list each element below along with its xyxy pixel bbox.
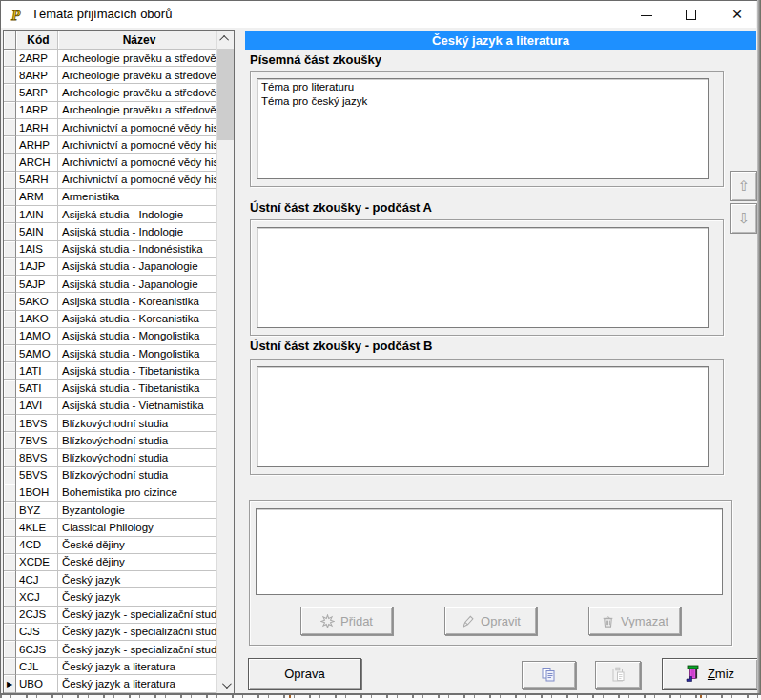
cell-name: Asijská studia - Mongolistika [58,328,217,345]
scrollbar-thumb[interactable] [217,49,234,140]
row-selector [4,432,16,449]
cell-name: Asijská studia - Tibetanistika [58,362,217,380]
table-row[interactable]: 1ATIAsijská studia - Tibetanistika [4,362,234,380]
table-row[interactable]: ▶UBOČeský jazyk a literatura [4,675,234,692]
minimize-button[interactable] [630,1,663,28]
table-row[interactable]: XCJČeský jazyk [4,588,234,606]
table-body: 2ARPArcheologie pravěku a středověku8ARP… [4,50,234,693]
table-row[interactable]: 2CJSČeský jazyk - specializační studium [4,607,234,624]
row-selector [4,84,16,101]
trash-icon [601,614,615,628]
current-row-marker: ▶ [4,675,16,692]
svg-text:P: P [11,8,21,23]
oral-part-b-list[interactable] [257,366,709,467]
written-part-list[interactable]: Téma pro literaturuTéma pro český jazyk [257,78,709,179]
cell-code: 7BVS [16,432,58,449]
cell-code: UBO [16,675,58,692]
zmiz-button[interactable]: Zmiz [662,658,758,690]
table-row[interactable]: 5AKOAsijská studia - Koreanistika [4,293,234,310]
table-scrollbar[interactable] [216,31,234,693]
table-row[interactable]: 5AMOAsijská studia - Mongolistika [4,345,234,362]
copy-button[interactable] [522,661,576,689]
cell-code: 4KLE [16,519,58,536]
table-row[interactable]: 1AVIAsijská studia - Vietnamistika [4,398,234,415]
edit-button[interactable]: Opravit [444,607,537,635]
table-row[interactable]: 1AISAsijská studia - Indonésistika [4,241,234,258]
up-arrow-icon: ⇧ [738,177,751,195]
detail-list[interactable] [256,508,723,595]
maximize-button[interactable] [674,1,707,28]
cell-name: Český jazyk - specializační studium [58,607,217,624]
table-row[interactable]: 1AINAsijská studia - Indologie [4,206,234,223]
selected-subject-header: Český jazyk a literatura [245,31,756,50]
table-row[interactable]: 4CDČeské dějiny [4,537,234,554]
window-right-border [757,0,761,700]
table-row[interactable]: 5ARPArcheologie pravěku a středověku [4,84,234,101]
oprava-button[interactable]: Oprava [248,658,361,690]
table-row[interactable]: 1AJPAsijská studia - Japanologie [4,258,234,276]
cell-name: Asijská studia - Japanologie [58,276,217,293]
cell-name: Asijská studia - Koreanistika [58,311,217,328]
close-button[interactable]: × [721,1,753,28]
pencil-icon [461,614,475,628]
cell-name: Archivnictví a pomocné vědy histo [58,172,217,189]
table-row[interactable]: 8ARPArcheologie pravěku a středověku [4,67,234,84]
exit-door-icon [686,665,702,683]
table-row[interactable]: 5AJPAsijská studia - Japanologie [4,276,234,293]
table-row[interactable]: 1BVSBlízkovýchodní studia [4,415,234,432]
table-row[interactable]: 6CJSČeský jazyk - specializační studium [4,641,234,658]
cell-code: 8ARP [16,67,58,84]
row-selector [4,136,16,154]
row-selector [4,607,16,624]
table-row[interactable]: 1AKOAsijská studia - Koreanistika [4,311,234,328]
cell-code: 2ARP [16,50,58,67]
table-row[interactable]: 2ARPArcheologie pravěku a středověku [4,50,234,67]
table-row[interactable]: 5ARHArchivnictví a pomocné vědy histo [4,172,234,189]
table-row[interactable]: 5BVSBlízkovýchodní studia [4,467,234,484]
table-row[interactable]: 7BVSBlízkovýchodní studia [4,432,234,449]
clipped-background-row [0,695,761,700]
row-selector [4,154,16,171]
table-row[interactable]: ARMArmenistika [4,189,234,206]
table-row[interactable]: 8BVSBlízkovýchodní studia [4,449,234,466]
title-bar: P Témata přijímacích oborů × [1,1,756,28]
delete-button[interactable]: Vymazat [588,607,681,635]
oral-part-a-list[interactable] [257,227,709,328]
add-button[interactable]: Přidat [300,607,393,635]
table-row[interactable]: XCDEČeské dějiny [4,554,234,571]
table-row[interactable]: 1BOHBohemistika pro cizince [4,484,234,502]
table-row[interactable]: 1ARHArchivnictví a pomocné vědy histo [4,119,234,136]
list-item[interactable]: Téma pro český jazyk [257,94,708,109]
row-selector [4,449,16,466]
cell-code: XCDE [16,554,58,571]
table-row[interactable]: ARCHArchivnictví a pomocné vědy histo [4,154,234,171]
table-row[interactable]: CJLČeský jazyk a literatura [4,658,234,675]
table-row[interactable]: 5ATIAsijská studia - Tibetanistika [4,380,234,397]
move-down-button[interactable]: ⇩ [730,203,757,234]
scroll-down-icon[interactable] [217,677,234,693]
cell-code: 2CJS [16,607,58,624]
scroll-up-icon[interactable] [217,31,234,47]
cell-name: Asijská studia - Vietnamistika [58,398,217,415]
cell-name: Český jazyk - specializační studium [58,624,217,641]
table-row[interactable]: ARHPArchivnictví a pomocné vědy histo [4,136,234,154]
cell-code: ARCH [16,154,58,171]
move-up-button[interactable]: ⇧ [730,171,757,201]
written-part-label: Písemná část zkoušky [250,52,381,68]
table-row[interactable]: 4KLEClassical Philology [4,519,234,536]
cell-code: 1AIN [16,206,58,223]
column-header-kod[interactable]: Kód [16,31,58,50]
cell-name: Český jazyk [58,588,217,606]
table-row[interactable]: CJSČeský jazyk - specializační studium [4,624,234,641]
table-row[interactable]: BYZByzantologie [4,502,234,519]
list-item[interactable]: Téma pro literaturu [257,80,708,94]
cell-name: Archivnictví a pomocné vědy histo [58,154,217,171]
table-row[interactable]: 1AMOAsijská studia - Mongolistika [4,328,234,345]
table-row[interactable]: 5AINAsijská studia - Indologie [4,223,234,240]
table-row[interactable]: 1ARPArcheologie pravěku a středověku [4,102,234,119]
cell-name: Asijská studia - Mongolistika [58,345,217,362]
table-row[interactable]: 4CJČeský jazyk [4,571,234,588]
row-selector [4,345,16,362]
column-header-nazev[interactable]: Název [58,31,217,50]
paste-button[interactable] [595,661,641,689]
